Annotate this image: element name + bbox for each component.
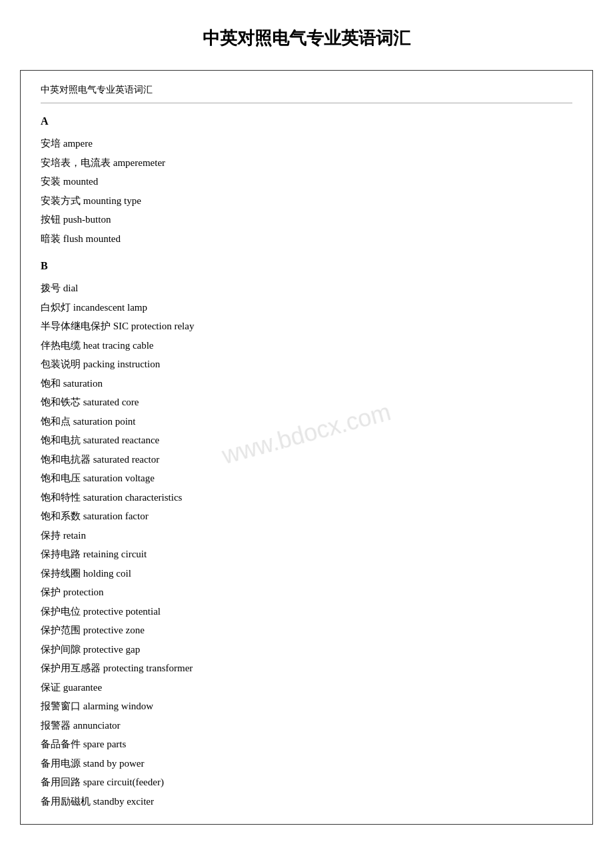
list-item: 安培 ampere	[41, 134, 572, 153]
list-item: 安装方式 mounting type	[41, 191, 572, 211]
list-item: 保证 guarantee	[41, 678, 572, 697]
list-item: 保护范围 protective zone	[41, 621, 572, 640]
vocab-list: 拨号 dial白炽灯 incandescent lamp半导体继电保护 SIC …	[41, 279, 572, 811]
list-item: 保持电路 retaining circuit	[41, 545, 572, 564]
list-item: 半导体继电保护 SIC protection relay	[41, 317, 572, 336]
list-item: 饱和点 saturation point	[41, 412, 572, 431]
list-item: 白炽灯 incandescent lamp	[41, 298, 572, 317]
section-letter: A	[41, 115, 572, 127]
list-item: 保护间隙 protective gap	[41, 640, 572, 659]
doc-header: 中英对照电气专业英语词汇	[41, 84, 572, 103]
list-item: 备用电源 stand by power	[41, 754, 572, 773]
list-item: 保持 retain	[41, 526, 572, 545]
list-item: 备用回路 spare circuit(feeder)	[41, 773, 572, 792]
section-letter: B	[41, 260, 572, 272]
list-item: 报警窗口 alarming window	[41, 697, 572, 716]
list-item: 拨号 dial	[41, 279, 572, 298]
list-item: 饱和电抗器 saturated reactor	[41, 450, 572, 469]
list-item: 饱和电抗 saturated reactance	[41, 431, 572, 450]
list-item: 包装说明 packing instruction	[41, 355, 572, 374]
list-item: 保护 protection	[41, 583, 572, 602]
vocab-list: 安培 ampere安培表，电流表 amperemeter安装 mounted安装…	[41, 134, 572, 248]
list-item: 保持线圈 holding coil	[41, 564, 572, 583]
list-item: 饱和 saturation	[41, 374, 572, 393]
list-item: 伴热电缆 heat tracing cable	[41, 336, 572, 355]
list-item: 报警器 annunciator	[41, 716, 572, 735]
list-item: 保护用互感器 protecting transformer	[41, 659, 572, 678]
list-item: 饱和系数 saturation factor	[41, 507, 572, 526]
list-item: 暗装 flush mounted	[41, 229, 572, 249]
list-item: 饱和铁芯 saturated core	[41, 393, 572, 412]
list-item: 按钮 push-button	[41, 210, 572, 229]
list-item: 安培表，电流表 amperemeter	[41, 153, 572, 173]
list-item: 饱和电压 saturation voltage	[41, 469, 572, 488]
list-item: 保护电位 protective potential	[41, 602, 572, 621]
list-item: 备用励磁机 standby exciter	[41, 792, 572, 811]
page-title: 中英对照电气专业英语词汇	[13, 27, 600, 50]
sections-container: A安培 ampere安培表，电流表 amperemeter安装 mounted安…	[41, 115, 572, 811]
list-item: 饱和特性 saturation characteristics	[41, 488, 572, 507]
list-item: 安装 mounted	[41, 172, 572, 191]
list-item: 备品备件 spare parts	[41, 735, 572, 754]
content-box: 中英对照电气专业英语词汇 A安培 ampere安培表，电流表 amperemet…	[20, 70, 593, 825]
